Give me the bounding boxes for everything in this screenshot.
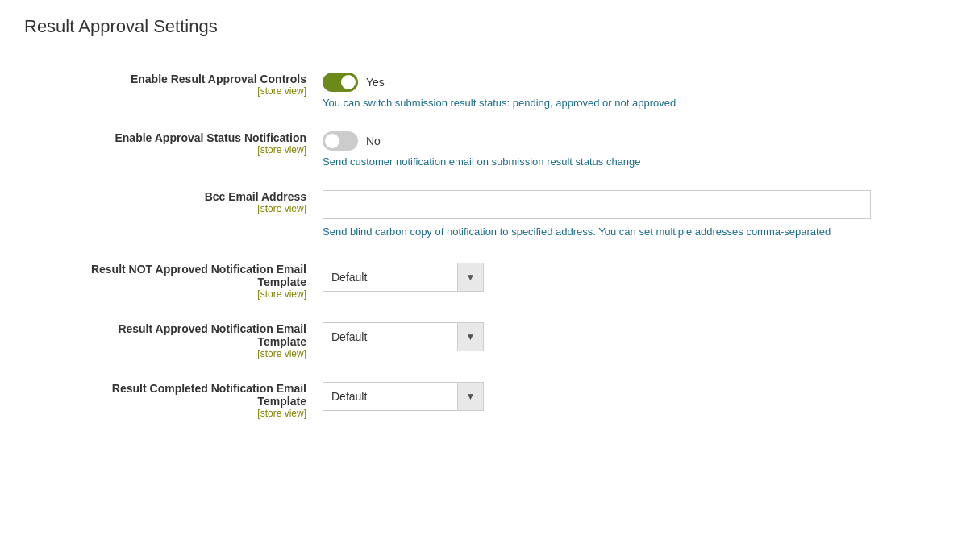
enable-approval-controls-hint: You can switch submission result status:…: [323, 97, 934, 109]
enable-approval-controls-toggle-container: Yes: [323, 73, 934, 92]
bcc-email-hint: Send blind carbon copy of notification t…: [323, 224, 871, 240]
bcc-email-row: Bcc Email Address [store view] Send blin…: [24, 179, 942, 251]
enable-approval-notification-label: Enable Approval Status Notification: [32, 131, 306, 144]
enable-approval-notification-toggle-container: No: [323, 131, 934, 151]
bcc-email-store-view: [store view]: [32, 203, 306, 214]
enable-approval-notification-hint: Send customer notification email on subm…: [323, 156, 934, 168]
not-approved-template-store-view: [store view]: [32, 288, 306, 300]
approved-template-select[interactable]: Default: [323, 323, 483, 351]
not-approved-template-label: Result NOT Approved Notification Email T…: [32, 263, 306, 288]
not-approved-template-row: Result NOT Approved Notification Email T…: [24, 251, 942, 311]
enable-approval-controls-row: Enable Result Approval Controls [store v…: [24, 61, 942, 120]
approved-template-label: Result Approved Notification Email Templ…: [32, 322, 306, 348]
not-approved-template-select-container: Default ▼: [323, 263, 484, 292]
enable-approval-notification-store-view: [store view]: [32, 144, 306, 156]
page-title: Result Approval Settings: [24, 16, 942, 37]
enable-approval-notification-toggle[interactable]: [323, 131, 358, 151]
enable-approval-controls-label: Enable Result Approval Controls: [32, 73, 306, 85]
enable-approval-controls-store-view: [store view]: [32, 85, 306, 97]
bcc-email-input[interactable]: [323, 190, 871, 219]
approved-template-store-view: [store view]: [32, 348, 306, 359]
enable-approval-notification-row: Enable Approval Status Notification [sto…: [24, 120, 942, 179]
completed-template-select[interactable]: Default: [323, 383, 483, 410]
approved-template-row: Result Approved Notification Email Templ…: [24, 311, 942, 371]
enable-approval-notification-value: No: [366, 135, 381, 147]
completed-template-row: Result Completed Notification Email Temp…: [24, 371, 942, 430]
completed-template-store-view: [store view]: [32, 408, 306, 419]
enable-approval-controls-toggle[interactable]: [323, 73, 358, 92]
approved-template-select-container: Default ▼: [323, 322, 484, 351]
not-approved-template-select[interactable]: Default: [323, 263, 483, 291]
completed-template-select-container: Default ▼: [323, 382, 484, 411]
bcc-email-label: Bcc Email Address: [32, 190, 306, 203]
completed-template-label: Result Completed Notification Email Temp…: [32, 382, 306, 408]
enable-approval-controls-value: Yes: [366, 76, 385, 89]
